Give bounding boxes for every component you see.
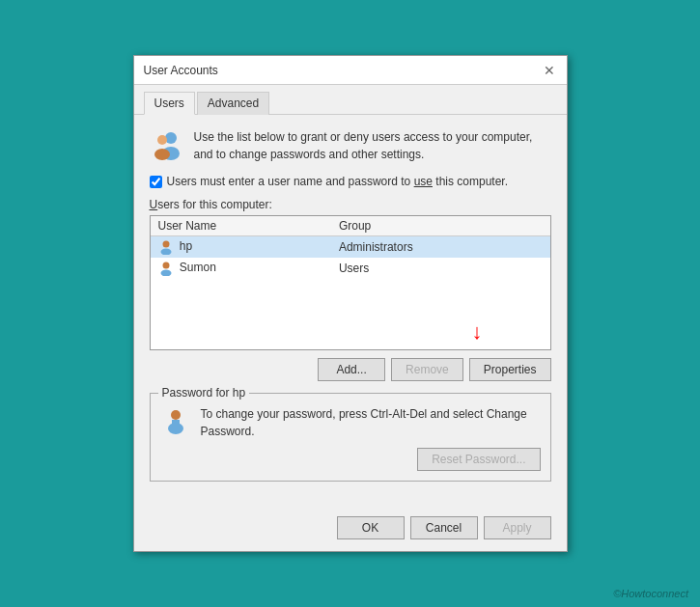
must-enter-password-label: Users must enter a user name and passwor… [167, 175, 509, 188]
col-username: User Name [151, 216, 331, 236]
table-row[interactable]: hp Administrators [151, 236, 550, 259]
password-group-content: To change your password, press Ctrl-Alt-… [160, 405, 541, 440]
dialog-title: User Accounts [144, 64, 218, 77]
user-group-cell: Users [331, 258, 550, 279]
password-group-label: Password for hp [158, 386, 250, 400]
red-arrow: ↓ [472, 319, 483, 345]
password-group-box: Password for hp To change your password,… [150, 393, 551, 482]
tab-bar: Users Advanced [134, 85, 567, 115]
info-section: Use the list below to grant or deny user… [150, 128, 551, 163]
tab-users[interactable]: Users [144, 92, 195, 115]
users-for-computer-label: Users for this computer: [150, 198, 551, 211]
ok-button[interactable]: OK [337, 516, 405, 539]
users-icon [150, 128, 184, 163]
table-row[interactable]: Sumon Users [151, 258, 550, 279]
password-instructions: To change your password, press Ctrl-Alt-… [201, 405, 541, 440]
svg-point-8 [171, 410, 181, 420]
remove-button[interactable]: Remove [391, 358, 463, 381]
svg-point-4 [162, 241, 169, 248]
tab-advanced[interactable]: Advanced [197, 92, 269, 115]
close-button[interactable]: ✕ [542, 63, 557, 78]
svg-point-6 [162, 262, 169, 269]
svg-rect-10 [172, 420, 180, 429]
must-enter-password-row: Users must enter a user name and passwor… [150, 175, 551, 188]
users-table-container: User Name Group hp Administrator [150, 215, 551, 350]
reset-password-button[interactable]: Reset Password... [417, 448, 540, 471]
reset-password-row: Reset Password... [160, 448, 541, 471]
watermark: ©Howtoconnect [613, 588, 688, 599]
svg-point-0 [165, 132, 177, 144]
bottom-buttons: OK Cancel Apply [134, 509, 567, 551]
svg-point-3 [154, 149, 170, 160]
properties-button[interactable]: Properties [469, 358, 551, 381]
svg-point-2 [157, 135, 167, 145]
must-enter-password-checkbox[interactable] [150, 176, 162, 188]
svg-point-7 [160, 270, 171, 277]
user-name-cell: Sumon [151, 258, 331, 279]
password-icon [160, 405, 191, 436]
users-table: User Name Group hp Administrator [151, 216, 550, 279]
info-text: Use the list below to grant or deny user… [194, 128, 551, 163]
apply-button[interactable]: Apply [484, 516, 551, 539]
user-group-cell: Administrators [331, 236, 550, 259]
col-group: Group [331, 216, 550, 236]
title-bar: User Accounts ✕ [134, 56, 567, 85]
add-button[interactable]: Add... [318, 358, 385, 381]
tab-content: Use the list below to grant or deny user… [134, 115, 567, 509]
user-accounts-dialog: User Accounts ✕ Users Advanced Use the l… [133, 55, 568, 552]
svg-point-5 [160, 249, 171, 256]
user-name-cell: hp [151, 236, 331, 259]
cancel-button[interactable]: Cancel [410, 516, 478, 539]
user-action-buttons: Add... Remove Properties [150, 358, 551, 381]
